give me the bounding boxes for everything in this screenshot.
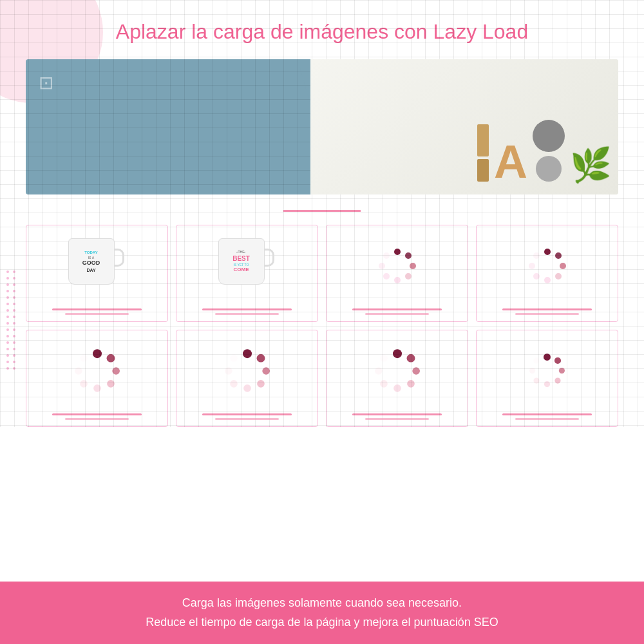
mug-body-1: TODAY IS A GOOD DAY [68,238,115,285]
card-line-2-3 [365,313,430,315]
hero-banner: ⊡ A 🌿 [26,59,618,194]
mug2-come: COME [232,267,250,273]
card-line-2-7 [365,418,430,420]
mug1-day: DAY [82,267,100,273]
letter-a-decoration: A [494,138,527,185]
card-line-2-5 [65,418,129,420]
card-line-2-2 [215,313,279,315]
mug1-today: TODAY [82,251,100,256]
footer-bar: Carga las imágenes solamente cuando sea … [0,582,644,644]
card-line-2-8 [515,418,580,420]
mug2-best: BEST [232,254,250,263]
mug-handle-1 [114,249,124,267]
footer-line1: Carga las imágenes solamente cuando sea … [26,593,618,613]
card-line-2-6 [215,418,279,420]
hero-right-scene: A 🌿 [310,59,618,194]
plant-decoration: 🌿 [570,146,612,185]
mug1-good: GOOD [82,260,100,267]
card-line-2-4 [515,313,580,315]
card-line-2-1 [65,313,129,315]
mug-body-2: ⭑THE⭑ BEST IS YET TO COME [218,238,265,285]
mug-handle-2 [264,249,274,267]
footer-line2: Reduce el tiempo de carga de la página y… [26,612,618,632]
bathroom-scene: A 🌿 [310,59,618,194]
